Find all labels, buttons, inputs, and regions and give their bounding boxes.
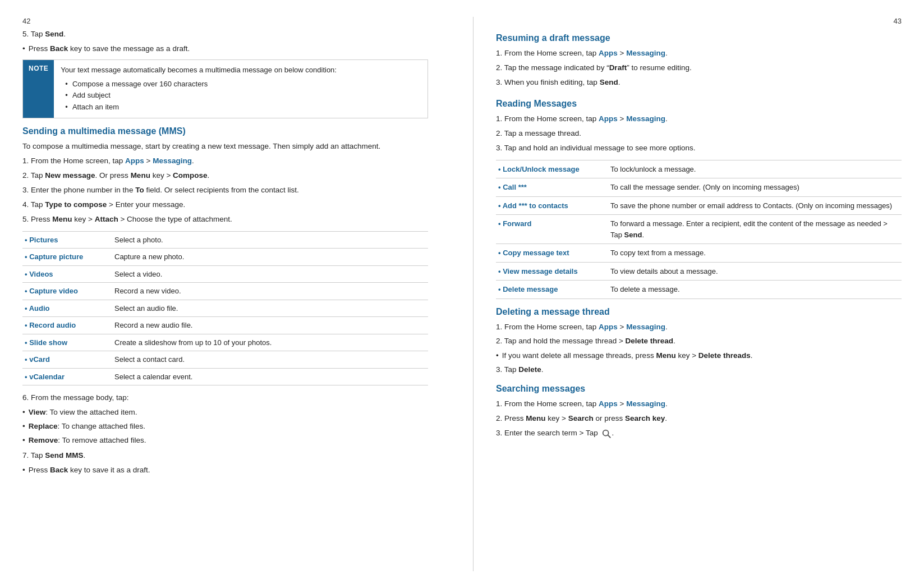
search-step2: 2. Press Menu key > Search or press Sear… xyxy=(496,413,902,425)
msg-label-call: Call *** xyxy=(496,178,608,197)
search-step1: 1. From the Home screen, tap Apps > Mess… xyxy=(496,398,902,410)
mms-step2: 2. Tap New message. Or press Menu key > … xyxy=(22,170,428,182)
attach-desc-pictures: Select a photo. xyxy=(112,231,428,249)
table-row: Capture video Record a new video. xyxy=(22,283,428,300)
bullet-view: • View: To view the attached item. xyxy=(22,407,428,419)
msg-label-lock: Lock/Unlock message xyxy=(496,160,608,178)
bullet-replace: • Replace: To change attached files. xyxy=(22,421,428,433)
right-column: 43 Resuming a draft message 1. From the … xyxy=(473,17,902,571)
table-row: Record audio Record a new audio file. xyxy=(22,317,428,334)
mms-step4: 4. Tap Type to compose > Enter your mess… xyxy=(22,199,428,211)
resume-step3: 3. When you finish editing, tap Send. xyxy=(496,77,902,89)
attachment-table: Pictures Select a photo. Capture picture… xyxy=(22,231,428,386)
table-row: vCalendar Select a calendar event. xyxy=(22,368,428,385)
mms-step3: 3. Enter the phone number in the To fiel… xyxy=(22,185,428,196)
search-icon xyxy=(601,429,612,439)
bullet-remove: • Remove: To remove attached files. xyxy=(22,435,428,447)
page-spread: 42 5. Tap Send. • Press Back key to save… xyxy=(0,0,924,588)
table-row: Audio Select an audio file. xyxy=(22,300,428,317)
delete-step1: 1. From the Home screen, tap Apps > Mess… xyxy=(496,321,902,333)
back-bold: Back xyxy=(50,44,68,53)
delete-step2: 2. Tap and hold the message thread > Del… xyxy=(496,336,902,347)
attach-label-vcard: vCard xyxy=(22,351,112,369)
step6-intro: 6. From the message body, tap: xyxy=(22,392,428,404)
page-number-right: 43 xyxy=(496,17,902,25)
reading-options-table: Lock/Unlock message To lock/unlock a mes… xyxy=(496,160,902,299)
attach-label-capture-picture: Capture picture xyxy=(22,249,112,266)
table-row: Videos Select a video. xyxy=(22,265,428,283)
attach-label-record-audio: Record audio xyxy=(22,317,112,334)
reading-step1: 1. From the Home screen, tap Apps > Mess… xyxy=(496,113,902,125)
reading-step3: 3. Tap and hold an individual message to… xyxy=(496,143,902,154)
resume-step1: 1. From the Home screen, tap Apps > Mess… xyxy=(496,48,902,59)
deleting-title: Deleting a message thread xyxy=(496,307,902,317)
table-row: Slide show Create a slideshow from up to… xyxy=(22,334,428,351)
msg-label-delete: Delete message xyxy=(496,281,608,299)
attach-desc-capture-video: Record a new video. xyxy=(112,283,428,300)
attach-desc-audio: Select an audio file. xyxy=(112,300,428,317)
table-row: Lock/Unlock message To lock/unlock a mes… xyxy=(496,160,902,178)
step7-send-mms: 7. Tap Send MMS. xyxy=(22,450,428,462)
note-box: NOTE Your text message automatically bec… xyxy=(22,59,428,118)
table-row: Add *** to contacts To save the phone nu… xyxy=(496,196,902,215)
section-mms-title: Sending a multimedia message (MMS) xyxy=(22,126,428,136)
table-row: View message details To view details abo… xyxy=(496,262,902,281)
attach-desc-vcard: Select a contact card. xyxy=(112,351,428,369)
attach-desc-vcalendar: Select a calendar event. xyxy=(112,368,428,385)
table-row: Call *** To call the message sender. (On… xyxy=(496,178,902,197)
page-number-left: 42 xyxy=(22,17,428,25)
msg-desc-copy: To copy text from a message. xyxy=(608,244,902,263)
svg-line-1 xyxy=(608,435,610,437)
table-row: Copy message text To copy text from a me… xyxy=(496,244,902,263)
resume-step2: 2. Tap the message indicated by “Draft” … xyxy=(496,62,902,74)
mms-intro: To compose a multimedia message, start b… xyxy=(22,141,428,153)
note-intro-text: Your text message automatically becomes … xyxy=(61,65,421,76)
note-label: NOTE xyxy=(23,60,54,118)
table-row: Capture picture Capture a new photo. xyxy=(22,249,428,266)
attach-desc-record-audio: Record a new audio file. xyxy=(112,317,428,334)
resuming-title: Resuming a draft message xyxy=(496,33,902,43)
msg-label-forward: Forward xyxy=(496,215,608,244)
mms-step5: 5. Press Menu key > Attach > Choose the … xyxy=(22,214,428,226)
msg-desc-add-contacts: To save the phone number or email addres… xyxy=(608,196,902,215)
mms-step1: 1. From the Home screen, tap Apps > Mess… xyxy=(22,155,428,167)
attach-label-pictures: Pictures xyxy=(22,231,112,249)
attach-label-vcalendar: vCalendar xyxy=(22,368,112,385)
attach-desc-capture-picture: Capture a new photo. xyxy=(112,249,428,266)
msg-desc-call: To call the message sender. (Only on inc… xyxy=(608,178,902,197)
msg-desc-details: To view details about a message. xyxy=(608,262,902,281)
table-row: Delete message To delete a message. xyxy=(496,281,902,299)
attach-desc-slideshow: Create a slideshow from up to 10 of your… xyxy=(112,334,428,351)
table-row: Pictures Select a photo. xyxy=(22,231,428,249)
searching-title: Searching messages xyxy=(496,384,902,394)
note-bullet-2: • Add subject xyxy=(65,90,421,102)
msg-label-add-contacts: Add *** to contacts xyxy=(496,196,608,215)
attach-label-audio: Audio xyxy=(22,300,112,317)
attach-label-capture-video: Capture video xyxy=(22,283,112,300)
left-column: 42 5. Tap Send. • Press Back key to save… xyxy=(22,17,439,571)
reading-step2: 2. Tap a message thread. xyxy=(496,128,902,140)
reading-title: Reading Messages xyxy=(496,99,902,109)
attach-label-videos: Videos xyxy=(22,265,112,283)
press-back-draft: • Press Back key to save the message as … xyxy=(22,43,428,55)
delete-step3: 3. Tap Delete. xyxy=(496,364,902,376)
table-row: vCard Select a contact card. xyxy=(22,351,428,369)
msg-desc-lock: To lock/unlock a message. xyxy=(608,160,902,178)
note-bullet-3: • Attach an item xyxy=(65,102,421,113)
send-bold: Send xyxy=(45,30,63,38)
msg-label-details: View message details xyxy=(496,262,608,281)
search-step3: 3. Enter the search term > Tap . xyxy=(496,428,902,439)
attach-label-slideshow: Slide show xyxy=(22,334,112,351)
step5-send: 5. Tap Send. xyxy=(22,29,428,40)
msg-desc-delete: To delete a message. xyxy=(608,281,902,299)
note-bullet-1: • Compose a message over 160 characters xyxy=(65,79,421,90)
msg-desc-forward: To forward a message. Enter a recipient,… xyxy=(608,215,902,244)
delete-bullet: • If you want delete all message threads… xyxy=(496,350,902,362)
bullet-back-draft2: • Press Back key to save it as a draft. xyxy=(22,465,428,476)
attach-desc-videos: Select a video. xyxy=(112,265,428,283)
table-row: Forward To forward a message. Enter a re… xyxy=(496,215,902,244)
msg-label-copy: Copy message text xyxy=(496,244,608,263)
